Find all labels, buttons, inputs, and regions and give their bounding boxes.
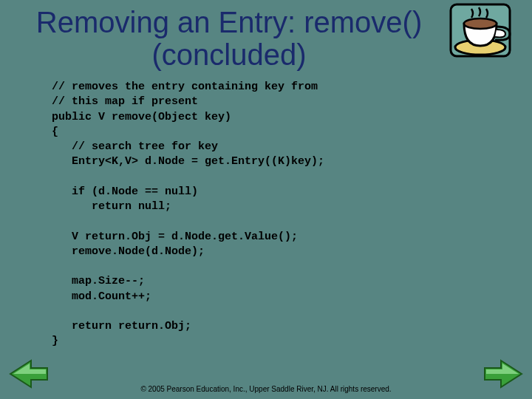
svg-point-2 <box>464 18 497 29</box>
next-arrow-icon[interactable] <box>483 358 523 390</box>
copyright-footer: © 2005 Pearson Education, Inc., Upper Sa… <box>0 385 532 393</box>
teacup-icon <box>449 3 523 69</box>
prev-arrow-icon[interactable] <box>9 358 49 390</box>
code-listing: // removes the entry containing key from… <box>52 80 480 349</box>
slide-title: Removing an Entry: remove() (concluded) <box>0 0 458 71</box>
